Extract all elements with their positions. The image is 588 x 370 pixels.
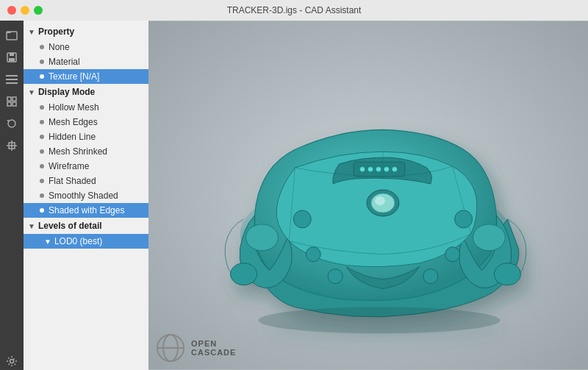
svg-point-38 xyxy=(231,263,257,285)
maximize-button[interactable] xyxy=(34,6,43,15)
title-bar: TRACKER-3D.igs - CAD Assistant xyxy=(0,0,588,21)
property-arrow: ▼ xyxy=(28,28,35,36)
property-section: ▼ Property None Material Texture [N/A] xyxy=(24,24,148,84)
dot-smoothly-shaded xyxy=(40,193,44,198)
lod0-arrow: ▼ xyxy=(44,238,51,246)
logo-area: OPEN CASCADE xyxy=(156,333,236,363)
label-hidden-line: Hidden Line xyxy=(49,132,96,142)
list-icon[interactable] xyxy=(3,71,21,88)
display-mode-header[interactable]: ▼ Display Mode xyxy=(24,84,148,100)
opencascade-logo-icon xyxy=(156,333,185,363)
minimize-button[interactable] xyxy=(21,6,29,15)
dot-mesh-edges xyxy=(40,120,44,124)
property-texture[interactable]: Texture [N/A] xyxy=(24,69,148,84)
svg-point-34 xyxy=(328,269,343,284)
rotate-icon[interactable] xyxy=(3,115,21,132)
lod0-item[interactable]: ▼ LOD0 (best) xyxy=(24,234,148,249)
display-hollow-mesh[interactable]: Hollow Mesh xyxy=(24,100,148,115)
dot-mesh-shrinked xyxy=(40,149,44,154)
svg-rect-7 xyxy=(6,82,18,84)
svg-point-33 xyxy=(445,247,460,262)
svg-rect-5 xyxy=(6,75,18,77)
property-none-label: None xyxy=(49,42,70,52)
lod-section: ▼ Levels of detail ▼ LOD0 (best) xyxy=(24,218,148,249)
property-material[interactable]: Material xyxy=(24,54,148,69)
svg-rect-9 xyxy=(12,97,16,101)
logo-text: OPEN CASCADE xyxy=(191,339,236,357)
display-mode-section: ▼ Display Mode Hollow Mesh Mesh Edges Hi… xyxy=(24,84,148,218)
svg-rect-10 xyxy=(7,102,11,106)
svg-point-23 xyxy=(368,167,373,172)
svg-point-22 xyxy=(360,167,365,172)
svg-rect-6 xyxy=(6,79,18,80)
logo-open-text: OPEN xyxy=(191,339,236,348)
property-none[interactable]: None xyxy=(24,40,148,54)
label-shaded-with-edges: Shaded with Edges xyxy=(49,205,124,216)
label-smoothly-shaded: Smoothly Shaded xyxy=(49,191,118,201)
dot-hidden-line xyxy=(40,135,44,139)
svg-point-31 xyxy=(455,210,473,228)
model-svg xyxy=(148,21,588,370)
display-hidden-line[interactable]: Hidden Line xyxy=(24,129,148,144)
property-material-dot xyxy=(40,60,44,64)
lod-arrow: ▼ xyxy=(28,222,35,230)
settings-icon[interactable] xyxy=(3,352,21,370)
logo-cascade-text: CASCADE xyxy=(191,348,236,357)
display-flat-shaded[interactable]: Flat Shaded xyxy=(24,174,148,188)
property-header[interactable]: ▼ Property xyxy=(24,24,148,40)
file-open-icon[interactable] xyxy=(3,26,21,44)
svg-point-25 xyxy=(384,167,389,172)
side-panel: ▼ Property None Material Texture [N/A] ▼… xyxy=(24,21,148,370)
lod-header[interactable]: ▼ Levels of detail xyxy=(24,218,148,234)
property-material-label: Material xyxy=(49,57,80,67)
display-mode-label: Display Mode xyxy=(38,87,95,97)
lod0-label: LOD0 (best) xyxy=(54,236,102,246)
label-hollow-mesh: Hollow Mesh xyxy=(49,102,99,113)
label-wireframe: Wireframe xyxy=(49,161,89,171)
viewport[interactable]: OPEN CASCADE xyxy=(148,21,588,370)
dot-hollow xyxy=(40,105,44,110)
svg-point-26 xyxy=(392,167,397,172)
svg-rect-4 xyxy=(9,58,15,61)
svg-point-30 xyxy=(293,210,311,228)
close-button[interactable] xyxy=(7,6,16,15)
display-mode-arrow: ▼ xyxy=(28,88,35,96)
svg-point-19 xyxy=(246,224,279,251)
label-mesh-edges: Mesh Edges xyxy=(49,117,98,127)
dot-shaded-edges xyxy=(40,208,44,213)
svg-point-16 xyxy=(10,360,14,363)
icon-toolbar xyxy=(0,21,24,370)
main-area: ▼ Property None Material Texture [N/A] ▼… xyxy=(0,21,588,370)
measure-icon[interactable] xyxy=(3,137,21,154)
svg-point-36 xyxy=(259,307,501,333)
display-mesh-edges[interactable]: Mesh Edges xyxy=(24,115,148,129)
dot-flat-shaded xyxy=(40,179,44,183)
svg-point-35 xyxy=(423,269,438,284)
svg-point-24 xyxy=(376,167,381,172)
property-label: Property xyxy=(38,26,74,37)
property-texture-dot xyxy=(40,74,44,79)
window-title: TRACKER-3D.igs - CAD Assistant xyxy=(227,5,362,15)
display-smoothly-shaded[interactable]: Smoothly Shaded xyxy=(24,188,148,203)
lod-label: Levels of detail xyxy=(38,221,102,231)
display-mesh-shrinked[interactable]: Mesh Shrinked xyxy=(24,144,148,159)
display-wireframe[interactable]: Wireframe xyxy=(24,159,148,174)
dot-wireframe xyxy=(40,164,44,168)
label-flat-shaded: Flat Shaded xyxy=(49,176,96,186)
svg-point-29 xyxy=(375,196,385,205)
svg-rect-8 xyxy=(7,97,11,101)
label-mesh-shrinked: Mesh Shrinked xyxy=(49,146,107,157)
svg-point-32 xyxy=(306,247,320,262)
svg-point-37 xyxy=(494,263,520,285)
save-icon[interactable] xyxy=(3,49,21,66)
property-texture-label: Texture [N/A] xyxy=(49,71,99,82)
svg-point-20 xyxy=(473,224,506,251)
window-controls xyxy=(7,6,43,15)
display-shaded-with-edges[interactable]: Shaded with Edges xyxy=(24,203,148,218)
property-none-dot xyxy=(40,45,44,49)
svg-rect-3 xyxy=(10,53,14,56)
svg-point-12 xyxy=(8,120,15,127)
svg-rect-11 xyxy=(12,102,16,106)
inspect-icon[interactable] xyxy=(3,93,21,110)
